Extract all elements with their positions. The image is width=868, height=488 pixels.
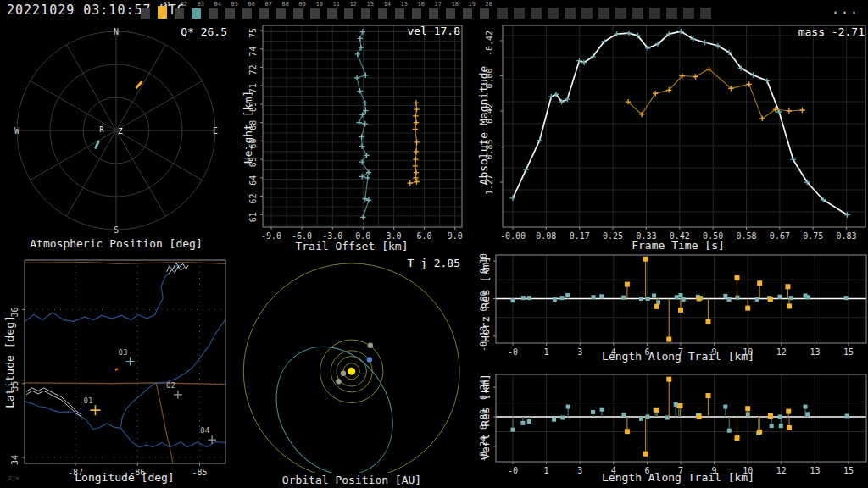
orbital-position-plot xyxy=(239,254,466,473)
svg-text:-85: -85 xyxy=(192,468,207,476)
svg-text:12: 12 xyxy=(776,347,787,357)
svg-text:62: 62 xyxy=(248,194,258,204)
svg-text:64: 64 xyxy=(248,175,258,186)
station-tile-15[interactable]: 15 xyxy=(395,2,405,20)
station-tile-blank-29[interactable] xyxy=(632,2,643,20)
station-tile-02[interactable]: 02 xyxy=(175,2,185,20)
horizontal-residuals-plot: -0134679101213150.100.00-0.10 xyxy=(475,251,868,359)
svg-text:1: 1 xyxy=(544,466,549,475)
station-tile-blank-32[interactable] xyxy=(683,2,694,20)
svg-text:04: 04 xyxy=(200,426,209,435)
svg-text:0.58: 0.58 xyxy=(736,231,756,241)
mass-annotation: mass -2.71 xyxy=(798,25,865,38)
vert-res-xlabel: Length Along Trail [km] xyxy=(602,471,754,484)
station-tile-10[interactable]: 10 xyxy=(310,2,320,20)
station-tile-19[interactable]: 19 xyxy=(463,2,473,20)
svg-text:74: 74 xyxy=(248,47,258,57)
station-tile-blank-31[interactable] xyxy=(666,2,677,20)
svg-text:S: S xyxy=(114,225,119,235)
svg-text:02: 02 xyxy=(166,381,175,390)
map-ylabel: Latitude [deg] xyxy=(3,315,16,408)
svg-text:-0: -0 xyxy=(508,347,518,357)
station-tile-12[interactable]: 12 xyxy=(344,2,354,20)
svg-text:75: 75 xyxy=(248,28,258,38)
station-tile-blank-25[interactable] xyxy=(565,2,576,20)
station-tile-blank-33[interactable] xyxy=(700,2,711,20)
svg-text:15: 15 xyxy=(843,347,854,357)
overflow-menu-button[interactable]: ... xyxy=(832,2,860,17)
station-tile-08[interactable]: 08 xyxy=(276,2,287,20)
station-tile-18[interactable]: 18 xyxy=(446,2,456,20)
station-tile-blank-30[interactable] xyxy=(649,2,660,20)
trail-ylabel: Height [km] xyxy=(242,91,254,164)
svg-text:R: R xyxy=(100,126,104,134)
svg-text:3: 3 xyxy=(577,466,582,475)
light-curve-plot: -0.000.080.170.250.330.420.500.580.670.7… xyxy=(466,21,868,243)
station-tile-07[interactable]: 07 xyxy=(259,2,270,20)
svg-text:0.25: 0.25 xyxy=(603,231,623,241)
station-tile-blank-23[interactable] xyxy=(531,2,542,20)
station-tile-11[interactable]: 11 xyxy=(327,2,337,20)
svg-text:0.83: 0.83 xyxy=(837,231,857,241)
watermark: pjw xyxy=(8,474,19,481)
station-tile-blank-22[interactable] xyxy=(514,2,525,20)
svg-text:W: W xyxy=(14,126,20,136)
trail-xlabel: Trail Offset [km] xyxy=(295,240,408,252)
station-tile-13[interactable]: 13 xyxy=(361,2,371,20)
svg-text:72: 72 xyxy=(248,64,258,75)
map-xlabel: Longitude [deg] xyxy=(75,471,174,484)
trail-offset-plot: -9.0-6.0-3.00.03.06.09.06162646566686971… xyxy=(239,21,466,243)
magnitude-ylabel: Absolute Magnitude xyxy=(477,66,490,186)
orbital-title: Orbital Position [AU] xyxy=(282,474,421,486)
magnitude-xlabel: Frame Time [s] xyxy=(632,239,725,252)
svg-text:0.17: 0.17 xyxy=(570,231,590,241)
atmospheric-title: Atmospheric Position [deg] xyxy=(30,237,203,250)
q-star-annotation: Q* 26.5 xyxy=(181,25,227,38)
svg-text:12: 12 xyxy=(776,466,787,475)
station-tile-blank-0[interactable] xyxy=(141,2,151,20)
station-tile-blank-27[interactable] xyxy=(598,2,609,20)
station-tile-20[interactable]: 20 xyxy=(480,2,490,20)
svg-text:-9.0: -9.0 xyxy=(261,231,281,241)
station-tile-17[interactable]: 17 xyxy=(429,2,439,20)
svg-text:1: 1 xyxy=(544,347,549,357)
station-tile-blank-26[interactable] xyxy=(581,2,593,20)
station-tile-04[interactable]: 04 xyxy=(209,2,219,20)
station-tile-09[interactable]: 09 xyxy=(293,2,303,20)
station-frame-tiles: 0102030405060708091011121314151617181920 xyxy=(141,1,717,20)
vertical-residuals-plot: -0134679101213150.240.00-0.24 xyxy=(475,364,868,476)
station-tile-blank-24[interactable] xyxy=(548,2,559,20)
svg-text:-0.42: -0.42 xyxy=(485,30,494,56)
svg-text:13: 13 xyxy=(810,347,820,357)
station-tile-03[interactable]: 03 xyxy=(192,2,202,20)
svg-text:13: 13 xyxy=(810,466,820,475)
svg-text:0.67: 0.67 xyxy=(770,231,790,241)
station-tile-01[interactable]: 01 xyxy=(158,2,168,20)
atmospheric-position-plot: NESWZR xyxy=(0,21,237,235)
horz-res-xlabel: Length Along Trail [km] xyxy=(602,350,754,363)
station-tile-06[interactable]: 06 xyxy=(242,2,253,20)
velocity-annotation: vel 17.8 xyxy=(407,25,460,37)
svg-text:01: 01 xyxy=(84,396,93,405)
svg-text:-0: -0 xyxy=(508,466,518,475)
svg-text:15: 15 xyxy=(843,466,854,475)
station-tile-blank-28[interactable] xyxy=(615,2,626,20)
station-tile-05[interactable]: 05 xyxy=(225,2,236,20)
svg-text:N: N xyxy=(114,27,119,36)
station-tile-14[interactable]: 14 xyxy=(378,2,388,20)
svg-text:-0.00: -0.00 xyxy=(500,231,526,241)
svg-text:34: 34 xyxy=(10,455,19,465)
svg-text:0.75: 0.75 xyxy=(803,231,823,241)
horz-res-ylabel: Horz Res [km] xyxy=(479,256,492,342)
svg-text:3: 3 xyxy=(577,347,582,357)
svg-text:9.0: 9.0 xyxy=(448,231,463,241)
svg-text:Z: Z xyxy=(118,127,123,136)
tisserand-annotation: T_j 2.85 xyxy=(407,257,460,269)
station-tile-16[interactable]: 16 xyxy=(412,2,422,20)
svg-text:61: 61 xyxy=(248,212,258,222)
vert-res-ylabel: Vert Res [km] xyxy=(479,374,492,460)
svg-text:6.0: 6.0 xyxy=(417,231,432,241)
ground-track-map: 01020304-87-86-85363534 xyxy=(0,254,237,476)
svg-text:E: E xyxy=(213,126,218,136)
station-tile-blank-21[interactable] xyxy=(497,2,508,20)
